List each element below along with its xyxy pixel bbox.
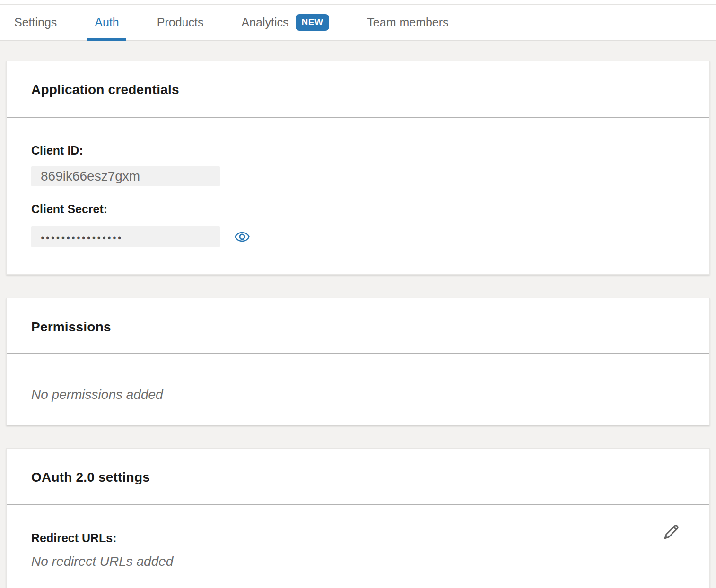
- edit-redirect-urls-button[interactable]: [661, 521, 682, 543]
- new-badge: NEW: [296, 14, 330, 31]
- client-id-value: 869ik66esz7gxm: [31, 166, 220, 186]
- tab-team-members[interactable]: Team members: [360, 5, 455, 40]
- tab-products[interactable]: Products: [150, 5, 211, 40]
- application-credentials-title: Application credentials: [31, 82, 685, 97]
- application-credentials-body: Client ID: 869ik66esz7gxm Client Secret:…: [7, 118, 709, 274]
- tab-settings-label: Settings: [14, 16, 57, 29]
- tab-settings[interactable]: Settings: [7, 5, 64, 40]
- oauth-settings-title: OAuth 2.0 settings: [31, 470, 685, 485]
- no-redirect-urls-text: No redirect URLs added: [31, 554, 685, 569]
- application-credentials-header: Application credentials: [7, 61, 709, 117]
- tab-auth[interactable]: Auth: [87, 5, 126, 40]
- permissions-body: No permissions added: [7, 354, 709, 425]
- client-id-label: Client ID:: [31, 144, 685, 157]
- client-secret-value: ●●●●●●●●●●●●●●●●: [31, 226, 220, 247]
- permissions-header: Permissions: [7, 298, 709, 353]
- oauth-settings-card: OAuth 2.0 settings Redirect URLs: No red…: [6, 448, 710, 588]
- no-permissions-text: No permissions added: [31, 387, 685, 402]
- tab-products-label: Products: [157, 16, 204, 29]
- tab-analytics-label: Analytics: [241, 16, 288, 29]
- application-credentials-card: Application credentials Client ID: 869ik…: [6, 61, 710, 275]
- eye-icon: [235, 229, 250, 244]
- tab-team-members-label: Team members: [367, 16, 448, 29]
- client-secret-label: Client Secret:: [31, 202, 685, 216]
- pencil-icon: [662, 521, 681, 542]
- permissions-card: Permissions No permissions added: [6, 298, 710, 425]
- client-secret-row: ●●●●●●●●●●●●●●●●: [31, 226, 685, 247]
- oauth-settings-body: Redirect URLs: No redirect URLs added: [7, 505, 709, 588]
- tab-bar: Settings Auth Products Analytics NEW Tea…: [0, 4, 716, 41]
- top-strip: [0, 0, 716, 4]
- tab-analytics[interactable]: Analytics NEW: [234, 5, 336, 40]
- page-content: Application credentials Client ID: 869ik…: [0, 61, 716, 588]
- permissions-title: Permissions: [31, 320, 685, 335]
- oauth-settings-header: OAuth 2.0 settings: [7, 449, 709, 504]
- tab-auth-label: Auth: [95, 16, 119, 29]
- show-secret-button[interactable]: [234, 229, 250, 245]
- redirect-urls-label: Redirect URLs:: [31, 531, 685, 545]
- client-secret-masked-dots: ●●●●●●●●●●●●●●●●: [41, 233, 123, 241]
